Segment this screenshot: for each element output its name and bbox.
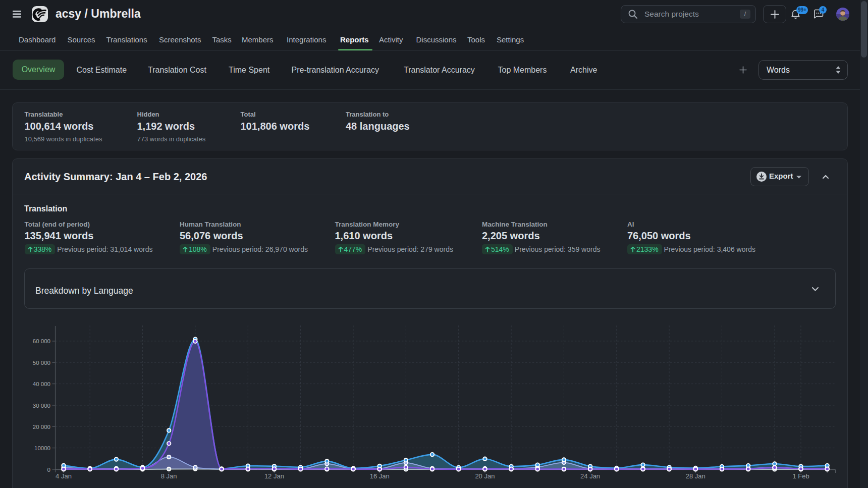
svg-text:12 Jan: 12 Jan xyxy=(264,472,284,480)
svg-text:20 000: 20 000 xyxy=(33,424,50,430)
svg-text:24 Jan: 24 Jan xyxy=(580,472,600,480)
svg-text:10000: 10000 xyxy=(34,445,50,451)
svg-text:8 Jan: 8 Jan xyxy=(161,472,177,480)
svg-text:4 Jan: 4 Jan xyxy=(56,472,72,480)
svg-text:30 000: 30 000 xyxy=(33,403,50,409)
svg-text:40 000: 40 000 xyxy=(33,381,50,387)
svg-text:20 Jan: 20 Jan xyxy=(475,472,495,480)
svg-text:1 Feb: 1 Feb xyxy=(792,472,809,480)
svg-text:50 000: 50 000 xyxy=(33,360,50,366)
svg-text:60 000: 60 000 xyxy=(33,338,50,344)
svg-text:16 Jan: 16 Jan xyxy=(370,472,390,480)
svg-text:28 Jan: 28 Jan xyxy=(686,472,706,480)
svg-text:0: 0 xyxy=(47,467,50,473)
